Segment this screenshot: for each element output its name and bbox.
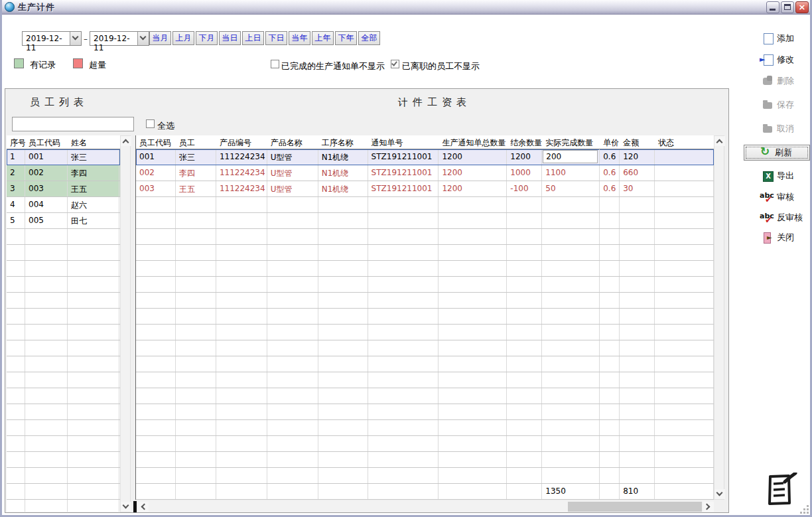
period-button-8[interactable]: 下年 — [335, 31, 357, 45]
column-header[interactable]: 员工代码 — [25, 135, 68, 149]
piecework-row[interactable]: 001张三111224234U型管N1机绕STZ1912110011200120… — [136, 149, 714, 165]
employee-table-vscrollbar[interactable] — [120, 135, 131, 512]
period-button-2[interactable]: 下月 — [196, 31, 218, 45]
date-to-value: 2019-12-11 — [90, 32, 137, 45]
chevron-right-icon — [704, 504, 710, 510]
column-header[interactable]: 姓名 — [68, 135, 119, 149]
column-header[interactable]: 员工代码 — [136, 135, 176, 149]
cell — [600, 277, 620, 292]
cell — [655, 181, 714, 196]
minimize-button[interactable] — [766, 1, 779, 13]
scroll-down-button[interactable] — [714, 489, 725, 499]
cell — [655, 197, 714, 212]
close-button[interactable]: × — [795, 1, 809, 13]
employee-search-input[interactable] — [12, 117, 134, 131]
sidebar-button-excel[interactable]: 导出 — [744, 168, 810, 184]
column-header[interactable]: 金额 — [620, 135, 655, 149]
empty-row — [136, 420, 714, 436]
inline-cell-editor[interactable]: 200 — [543, 150, 598, 163]
sidebar-button-modify[interactable]: 修改 — [744, 52, 810, 68]
cell — [176, 213, 216, 228]
cell — [600, 213, 620, 228]
cell — [507, 388, 542, 404]
cell — [7, 468, 25, 483]
period-button-5[interactable]: 下日 — [265, 31, 287, 45]
column-header[interactable]: 产品编号 — [216, 135, 267, 149]
sidebar-button-close-door[interactable]: 关闭 — [744, 230, 810, 246]
cell — [368, 452, 439, 467]
cell: 王五 — [68, 181, 119, 196]
column-header[interactable]: 状态 — [655, 135, 714, 149]
empty-row — [7, 245, 120, 261]
period-button-7[interactable]: 上年 — [312, 31, 334, 45]
employee-row[interactable]: 4004赵六 — [7, 197, 120, 213]
scroll-down-button[interactable] — [121, 502, 131, 512]
cell — [318, 340, 368, 356]
column-header[interactable]: 产品名称 — [267, 135, 318, 149]
cell — [368, 420, 439, 435]
cell: U型管 — [267, 181, 318, 196]
sidebar-button-audit[interactable]: 审核 — [744, 189, 810, 205]
period-button-9[interactable]: 全部 — [358, 31, 380, 45]
cell: 2 — [7, 165, 25, 181]
cell — [600, 452, 620, 467]
has-record-legend-swatch — [14, 58, 24, 68]
select-all-checkbox[interactable] — [146, 119, 155, 128]
cell — [542, 468, 600, 483]
employee-row[interactable]: 1001张三 — [7, 149, 120, 165]
cell: 1200 — [507, 149, 542, 165]
cell — [507, 245, 542, 260]
cell — [267, 340, 318, 356]
cell — [655, 165, 714, 181]
period-button-6[interactable]: 当年 — [289, 31, 310, 45]
cell — [176, 452, 216, 467]
scroll-up-button[interactable] — [121, 136, 131, 146]
hide-resigned-checkbox[interactable] — [391, 60, 399, 68]
column-header[interactable]: 生产通知单总数量 — [439, 135, 507, 149]
cell — [318, 261, 368, 276]
piecework-table-vscrollbar[interactable] — [714, 135, 724, 500]
column-header[interactable]: 结余数量 — [507, 135, 542, 149]
piecework-table-title: 计件工资表 — [398, 96, 471, 109]
hscrollbar-thumb[interactable] — [568, 502, 702, 512]
sidebar-button-refresh[interactable]: 刷新 — [744, 145, 810, 161]
cell — [25, 420, 68, 435]
piecework-table-hscrollbar[interactable] — [138, 501, 714, 512]
piecework-row[interactable]: 002李四111224234U型管N1机绕STZ1912110011200100… — [136, 165, 714, 181]
employee-row[interactable]: 5005田七 — [7, 213, 120, 229]
date-from-combo[interactable]: 2019-12-11 — [22, 31, 82, 46]
cell — [542, 293, 600, 308]
cell: 王五 — [176, 181, 216, 196]
employee-row[interactable]: 3003王五 — [7, 181, 120, 197]
column-header[interactable]: 单价 — [600, 135, 620, 149]
cell — [655, 309, 714, 324]
column-header[interactable]: 实际完成数量 — [542, 135, 600, 149]
cell — [368, 213, 439, 228]
date-from-dropdown[interactable] — [70, 32, 81, 45]
column-header[interactable]: 工序名称 — [318, 135, 368, 149]
cell — [216, 420, 267, 435]
period-button-1[interactable]: 上月 — [172, 31, 194, 45]
pane-splitter[interactable] — [133, 501, 137, 512]
scroll-up-button[interactable] — [714, 136, 725, 146]
maximize-button[interactable] — [781, 1, 794, 13]
hide-completed-checkbox[interactable] — [271, 60, 279, 68]
sidebar-button-add-doc[interactable]: 添加 — [744, 31, 810, 46]
cell — [655, 229, 714, 244]
piecework-row[interactable]: 003王五111224234U型管N1机绕STZ1912110011200-10… — [136, 181, 714, 197]
cell — [7, 436, 25, 451]
column-header[interactable]: 通知单号 — [368, 135, 439, 149]
period-button-3[interactable]: 当日 — [219, 31, 241, 45]
sidebar-button-unaudit[interactable]: 反审核 — [744, 210, 810, 226]
period-button-4[interactable]: 上日 — [242, 31, 264, 45]
date-to-dropdown[interactable] — [137, 32, 149, 45]
period-button-0[interactable]: 当月 — [149, 31, 171, 45]
scroll-left-button[interactable] — [138, 502, 149, 512]
column-header[interactable]: 序号 — [7, 135, 25, 149]
scroll-right-button[interactable] — [703, 502, 714, 512]
date-to-combo[interactable]: 2019-12-11 — [90, 31, 149, 46]
column-header[interactable]: 员工 — [176, 135, 216, 149]
employee-row[interactable]: 2002李四 — [7, 165, 120, 181]
cell — [267, 229, 318, 244]
resize-grip-icon[interactable] — [801, 506, 809, 514]
